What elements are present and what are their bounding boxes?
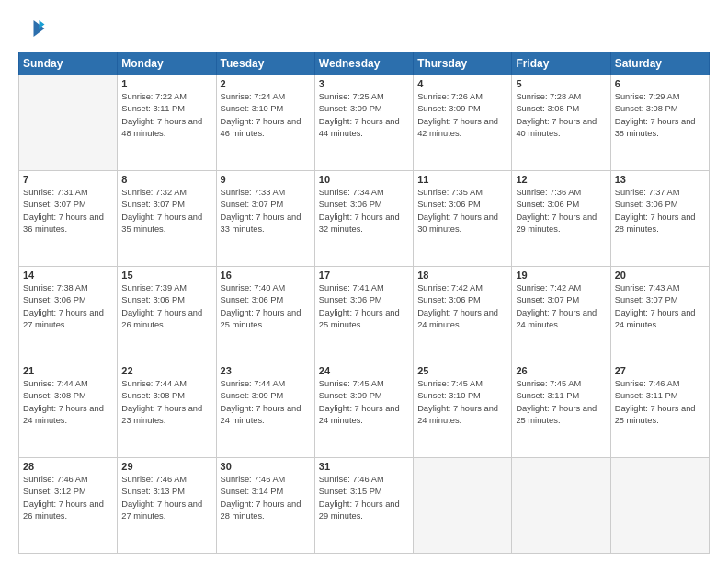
sunrise-label: Sunrise: 7:36 AM (516, 188, 581, 197)
sunrise-label: Sunrise: 7:37 AM (615, 188, 680, 197)
sunrise-label: Sunrise: 7:44 AM (23, 379, 88, 388)
calendar-cell: 12 Sunrise: 7:36 AM Sunset: 3:06 PM Dayl… (512, 171, 610, 267)
daylight-label: Daylight: 7 hours and 48 minutes. (121, 117, 202, 138)
day-number: 9 (221, 174, 311, 185)
sunset-label: Sunset: 3:06 PM (417, 295, 481, 304)
sunset-label: Sunset: 3:06 PM (23, 295, 86, 304)
sunset-label: Sunset: 3:09 PM (221, 391, 284, 400)
sunset-label: Sunset: 3:06 PM (319, 295, 382, 304)
day-info: Sunrise: 7:42 AM Sunset: 3:07 PM Dayligh… (516, 282, 606, 332)
daylight-label: Daylight: 7 hours and 28 minutes. (615, 213, 696, 234)
daylight-label: Daylight: 7 hours and 46 minutes. (221, 117, 301, 138)
daylight-label: Daylight: 7 hours and 25 minutes. (221, 308, 301, 329)
calendar-cell: 15 Sunrise: 7:39 AM Sunset: 3:06 PM Dayl… (118, 267, 216, 362)
sunset-label: Sunset: 3:09 PM (319, 104, 382, 113)
daylight-label: Daylight: 7 hours and 24 minutes. (319, 404, 400, 425)
calendar-cell: 28 Sunrise: 7:46 AM Sunset: 3:12 PM Dayl… (19, 458, 118, 554)
sunrise-label: Sunrise: 7:26 AM (417, 92, 483, 101)
day-number: 28 (23, 461, 113, 472)
sunrise-label: Sunrise: 7:25 AM (319, 92, 384, 101)
sunset-label: Sunset: 3:11 PM (121, 104, 185, 113)
calendar-cell: 17 Sunrise: 7:41 AM Sunset: 3:06 PM Dayl… (314, 267, 413, 362)
calendar-cell: 5 Sunrise: 7:28 AM Sunset: 3:08 PM Dayli… (512, 75, 610, 171)
day-info: Sunrise: 7:36 AM Sunset: 3:06 PM Dayligh… (516, 187, 606, 236)
calendar-cell: 31 Sunrise: 7:46 AM Sunset: 3:15 PM Dayl… (314, 458, 413, 554)
sunset-label: Sunset: 3:12 PM (23, 487, 86, 496)
sunrise-label: Sunrise: 7:42 AM (417, 283, 483, 293)
day-number: 7 (23, 174, 113, 185)
day-of-week-monday: Monday (118, 52, 216, 75)
day-info: Sunrise: 7:28 AM Sunset: 3:08 PM Dayligh… (516, 91, 606, 141)
sunrise-label: Sunrise: 7:44 AM (121, 379, 187, 388)
day-info: Sunrise: 7:44 AM Sunset: 3:08 PM Dayligh… (121, 378, 211, 428)
sunset-label: Sunset: 3:11 PM (516, 391, 579, 400)
daylight-label: Daylight: 7 hours and 27 minutes. (23, 308, 104, 329)
calendar-week-1: 7 Sunrise: 7:31 AM Sunset: 3:07 PM Dayli… (19, 171, 710, 267)
sunrise-label: Sunrise: 7:42 AM (516, 283, 581, 293)
sunset-label: Sunset: 3:14 PM (221, 487, 284, 496)
day-info: Sunrise: 7:41 AM Sunset: 3:06 PM Dayligh… (319, 282, 409, 332)
calendar-cell: 22 Sunrise: 7:44 AM Sunset: 3:08 PM Dayl… (118, 362, 216, 458)
day-number: 29 (121, 461, 211, 472)
sunrise-label: Sunrise: 7:45 AM (516, 379, 581, 388)
sunset-label: Sunset: 3:06 PM (221, 295, 284, 304)
day-number: 8 (121, 174, 211, 185)
calendar-cell: 4 Sunrise: 7:26 AM Sunset: 3:09 PM Dayli… (414, 75, 512, 171)
sunset-label: Sunset: 3:06 PM (615, 200, 678, 209)
sunrise-label: Sunrise: 7:45 AM (417, 379, 483, 388)
day-number: 18 (417, 270, 507, 281)
daylight-label: Daylight: 7 hours and 29 minutes. (516, 213, 597, 234)
logo-icon (18, 15, 46, 42)
header (18, 15, 710, 42)
day-info: Sunrise: 7:25 AM Sunset: 3:09 PM Dayligh… (319, 91, 409, 141)
day-info: Sunrise: 7:31 AM Sunset: 3:07 PM Dayligh… (23, 187, 113, 236)
day-info: Sunrise: 7:24 AM Sunset: 3:10 PM Dayligh… (221, 91, 311, 141)
day-number: 31 (319, 461, 409, 472)
sunrise-label: Sunrise: 7:46 AM (121, 475, 187, 484)
day-info: Sunrise: 7:46 AM Sunset: 3:15 PM Dayligh… (319, 474, 409, 523)
calendar-week-3: 21 Sunrise: 7:44 AM Sunset: 3:08 PM Dayl… (19, 362, 710, 458)
daylight-label: Daylight: 7 hours and 29 minutes. (319, 500, 400, 521)
day-info: Sunrise: 7:39 AM Sunset: 3:06 PM Dayligh… (121, 282, 211, 332)
daylight-label: Daylight: 7 hours and 40 minutes. (516, 117, 597, 138)
day-number: 3 (319, 78, 409, 89)
calendar-cell: 14 Sunrise: 7:38 AM Sunset: 3:06 PM Dayl… (19, 267, 118, 362)
daylight-label: Daylight: 7 hours and 24 minutes. (221, 404, 301, 425)
day-number: 26 (516, 365, 606, 376)
sunrise-label: Sunrise: 7:28 AM (516, 92, 581, 101)
sunrise-label: Sunrise: 7:40 AM (221, 283, 286, 293)
daylight-label: Daylight: 7 hours and 28 minutes. (221, 500, 301, 521)
day-info: Sunrise: 7:46 AM Sunset: 3:13 PM Dayligh… (121, 474, 211, 523)
sunset-label: Sunset: 3:09 PM (417, 104, 481, 113)
day-info: Sunrise: 7:32 AM Sunset: 3:07 PM Dayligh… (121, 187, 211, 236)
calendar-cell: 25 Sunrise: 7:45 AM Sunset: 3:10 PM Dayl… (414, 362, 512, 458)
calendar-cell: 6 Sunrise: 7:29 AM Sunset: 3:08 PM Dayli… (610, 75, 709, 171)
day-info: Sunrise: 7:33 AM Sunset: 3:07 PM Dayligh… (221, 187, 311, 236)
sunrise-label: Sunrise: 7:32 AM (121, 188, 187, 197)
daylight-label: Daylight: 7 hours and 44 minutes. (319, 117, 400, 138)
daylight-label: Daylight: 7 hours and 24 minutes. (417, 404, 498, 425)
calendar-cell: 13 Sunrise: 7:37 AM Sunset: 3:06 PM Dayl… (610, 171, 709, 267)
calendar-cell: 29 Sunrise: 7:46 AM Sunset: 3:13 PM Dayl… (118, 458, 216, 554)
day-info: Sunrise: 7:46 AM Sunset: 3:12 PM Dayligh… (23, 474, 113, 523)
day-info: Sunrise: 7:22 AM Sunset: 3:11 PM Dayligh… (121, 91, 211, 141)
calendar-cell: 23 Sunrise: 7:44 AM Sunset: 3:09 PM Dayl… (216, 362, 314, 458)
day-number: 15 (121, 270, 211, 281)
daylight-label: Daylight: 7 hours and 27 minutes. (121, 500, 202, 521)
sunset-label: Sunset: 3:06 PM (121, 295, 185, 304)
sunrise-label: Sunrise: 7:44 AM (221, 379, 286, 388)
day-number: 4 (417, 78, 507, 89)
calendar-week-0: 1 Sunrise: 7:22 AM Sunset: 3:11 PM Dayli… (19, 75, 710, 171)
day-info: Sunrise: 7:44 AM Sunset: 3:08 PM Dayligh… (23, 378, 113, 428)
sunrise-label: Sunrise: 7:41 AM (319, 283, 384, 293)
day-of-week-friday: Friday (512, 52, 610, 75)
logo (18, 15, 50, 42)
day-number: 2 (221, 78, 311, 89)
daylight-label: Daylight: 7 hours and 26 minutes. (23, 500, 104, 521)
day-number: 16 (221, 270, 311, 281)
sunset-label: Sunset: 3:08 PM (516, 104, 579, 113)
calendar-cell: 21 Sunrise: 7:44 AM Sunset: 3:08 PM Dayl… (19, 362, 118, 458)
day-info: Sunrise: 7:45 AM Sunset: 3:11 PM Dayligh… (516, 378, 606, 428)
calendar-cell: 9 Sunrise: 7:33 AM Sunset: 3:07 PM Dayli… (216, 171, 314, 267)
sunrise-label: Sunrise: 7:46 AM (221, 475, 286, 484)
